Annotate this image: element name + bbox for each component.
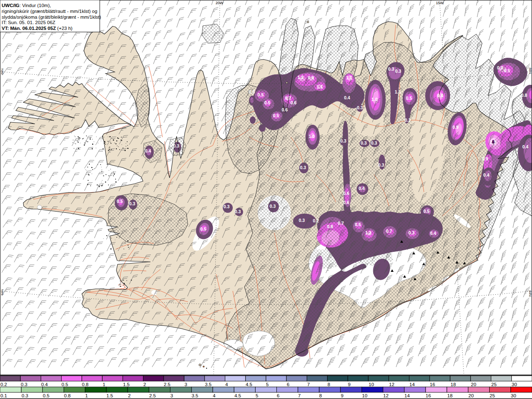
svg-text:5: 5 bbox=[256, 393, 258, 398]
svg-text:8: 8 bbox=[319, 393, 322, 398]
svg-text:0.4: 0.4 bbox=[430, 231, 436, 236]
svg-text:0.3: 0.3 bbox=[405, 118, 411, 123]
svg-text:0.3: 0.3 bbox=[22, 393, 28, 398]
svg-text:0.3: 0.3 bbox=[357, 105, 363, 110]
svg-text:1.2: 1.2 bbox=[365, 230, 372, 235]
svg-text:UWC/IG: Vindur (10m),: UWC/IG: Vindur (10m), bbox=[2, 3, 51, 8]
svg-text:0.6: 0.6 bbox=[343, 200, 350, 205]
svg-text:8: 8 bbox=[328, 382, 330, 387]
svg-text:0.7: 0.7 bbox=[338, 221, 344, 226]
svg-text:0.8: 0.8 bbox=[437, 93, 443, 98]
svg-text:66N: 66N bbox=[0, 68, 4, 74]
svg-text:0.9: 0.9 bbox=[308, 75, 314, 80]
svg-text:25: 25 bbox=[490, 393, 495, 398]
svg-text:30: 30 bbox=[511, 393, 516, 398]
svg-text:0.5: 0.5 bbox=[62, 382, 68, 387]
svg-text:0.5: 0.5 bbox=[273, 113, 279, 118]
svg-text:1: 1 bbox=[103, 382, 105, 387]
svg-text:1.2: 1.2 bbox=[298, 75, 304, 80]
svg-text:0.5: 0.5 bbox=[504, 68, 510, 73]
svg-text:1.3: 1.3 bbox=[395, 89, 401, 94]
svg-text:1.1: 1.1 bbox=[346, 75, 352, 80]
svg-text:0.3: 0.3 bbox=[395, 69, 401, 74]
svg-text:4.5: 4.5 bbox=[246, 382, 252, 387]
svg-text:6: 6 bbox=[287, 382, 289, 387]
svg-text:7: 7 bbox=[298, 393, 300, 398]
svg-text:9: 9 bbox=[341, 393, 343, 398]
svg-text:9: 9 bbox=[348, 382, 350, 387]
svg-text:4: 4 bbox=[225, 382, 228, 387]
svg-text:0.2: 0.2 bbox=[313, 218, 319, 223]
svg-text:0.5: 0.5 bbox=[117, 199, 123, 204]
svg-text:0.8: 0.8 bbox=[82, 382, 89, 387]
svg-text:1.1: 1.1 bbox=[317, 84, 323, 89]
svg-text:0.5: 0.5 bbox=[355, 222, 361, 227]
svg-text:3.5: 3.5 bbox=[205, 382, 212, 387]
svg-text:3: 3 bbox=[185, 382, 187, 387]
svg-text:0.3: 0.3 bbox=[361, 140, 367, 145]
svg-text:0.4: 0.4 bbox=[344, 95, 350, 100]
svg-text:2.1: 2.1 bbox=[490, 140, 496, 145]
svg-text:0.3: 0.3 bbox=[129, 201, 135, 206]
svg-text:6: 6 bbox=[277, 393, 279, 398]
svg-text:1.0: 1.0 bbox=[372, 97, 378, 102]
svg-text:0.3: 0.3 bbox=[173, 143, 180, 148]
svg-text:IT: Sun. 05. 01. 2025 06Z: IT: Sun. 05. 01. 2025 06Z bbox=[2, 20, 55, 25]
svg-text:0.5: 0.5 bbox=[43, 393, 49, 398]
svg-text:20: 20 bbox=[468, 393, 474, 398]
svg-text:16: 16 bbox=[426, 393, 431, 398]
svg-text:0.3: 0.3 bbox=[249, 89, 255, 94]
svg-text:2.5: 2.5 bbox=[164, 382, 170, 387]
svg-text:2: 2 bbox=[128, 393, 131, 398]
svg-text:4.5: 4.5 bbox=[234, 393, 241, 398]
svg-text:0.3: 0.3 bbox=[270, 204, 276, 209]
svg-text:0.3: 0.3 bbox=[378, 163, 384, 167]
svg-text:0.4: 0.4 bbox=[145, 148, 151, 153]
svg-text:0.9: 0.9 bbox=[453, 125, 459, 130]
svg-text:0.3: 0.3 bbox=[340, 138, 347, 143]
svg-text:1.0: 1.0 bbox=[309, 134, 315, 139]
svg-text:0.3: 0.3 bbox=[21, 382, 27, 387]
svg-text:rigning/skúrir (grænt/blátt/ra: rigning/skúrir (grænt/blátt/rautt - mm/1… bbox=[2, 9, 97, 14]
svg-text:slydda/snjókoma (grátt/bleikt/: slydda/snjókoma (grátt/bleikt/grænt - mm… bbox=[2, 15, 101, 20]
svg-text:0.3: 0.3 bbox=[497, 65, 503, 70]
svg-text:14: 14 bbox=[409, 382, 415, 387]
svg-text:30: 30 bbox=[512, 382, 517, 387]
svg-text:0.3: 0.3 bbox=[388, 66, 394, 71]
svg-text:0.1: 0.1 bbox=[0, 393, 7, 398]
svg-text:3.5: 3.5 bbox=[192, 393, 198, 398]
svg-text:0.5: 0.5 bbox=[258, 92, 264, 97]
svg-text:1.5: 1.5 bbox=[123, 382, 130, 387]
svg-text:25: 25 bbox=[491, 382, 497, 387]
svg-text:20W: 20W bbox=[216, 1, 224, 5]
svg-text:0.3: 0.3 bbox=[409, 230, 415, 235]
svg-text:0.3: 0.3 bbox=[224, 204, 230, 209]
svg-text:0.5: 0.5 bbox=[406, 96, 412, 101]
svg-text:0.2: 0.2 bbox=[0, 382, 7, 387]
svg-text:0.8: 0.8 bbox=[327, 224, 333, 229]
svg-text:0.3: 0.3 bbox=[299, 218, 305, 223]
svg-text:0.6: 0.6 bbox=[291, 100, 297, 105]
svg-text:18: 18 bbox=[451, 382, 456, 387]
svg-text:5: 5 bbox=[266, 382, 268, 387]
svg-text:0.3: 0.3 bbox=[235, 209, 241, 214]
svg-text:0.4: 0.4 bbox=[522, 144, 529, 149]
svg-text:15W: 15W bbox=[436, 1, 444, 5]
svg-text:0.5: 0.5 bbox=[264, 100, 271, 105]
svg-text:0.6: 0.6 bbox=[282, 107, 288, 112]
svg-text:1: 1 bbox=[85, 393, 88, 398]
svg-text:64N: 64N bbox=[0, 289, 4, 295]
svg-text:1.5: 1.5 bbox=[106, 393, 113, 398]
svg-text:0.4: 0.4 bbox=[483, 172, 490, 177]
svg-text:66N: 66N bbox=[528, 68, 532, 74]
svg-text:0.4: 0.4 bbox=[359, 186, 365, 191]
svg-text:7: 7 bbox=[307, 382, 310, 387]
svg-text:4: 4 bbox=[213, 393, 216, 398]
svg-text:0.3: 0.3 bbox=[300, 165, 306, 170]
svg-text:2.5: 2.5 bbox=[149, 393, 156, 398]
svg-text:12: 12 bbox=[389, 382, 394, 387]
svg-text:64N: 64N bbox=[528, 291, 532, 297]
svg-text:10: 10 bbox=[362, 393, 367, 398]
svg-text:0.5: 0.5 bbox=[200, 227, 207, 232]
svg-text:0.5: 0.5 bbox=[424, 209, 430, 214]
